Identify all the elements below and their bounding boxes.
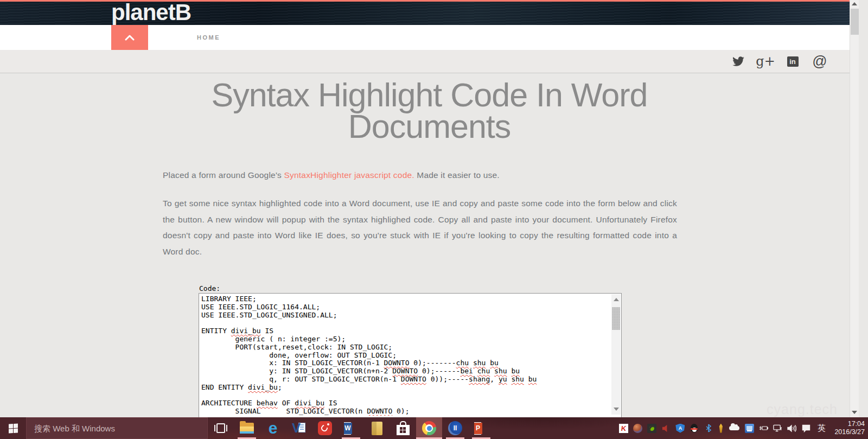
nav-item-home[interactable]: HOME bbox=[197, 25, 220, 50]
taskbar-app-windows-store[interactable] bbox=[390, 417, 416, 439]
taskbar-app-edge[interactable]: e bbox=[260, 417, 286, 439]
chevron-up-icon bbox=[125, 34, 135, 41]
taskbar-app-word[interactable]: W bbox=[338, 417, 364, 439]
search-input[interactable] bbox=[27, 424, 207, 433]
visual-studio-icon: V bbox=[292, 422, 306, 435]
page-scroll-down-arrow[interactable] bbox=[852, 411, 857, 414]
body-paragraph: To get some nice syntax highlighted code… bbox=[163, 195, 677, 259]
main-nav: HOME bbox=[0, 25, 859, 50]
textarea-scrollbar-thumb[interactable] bbox=[612, 307, 620, 330]
realtek-audio-icon[interactable] bbox=[661, 424, 671, 433]
taskbar: e V W bbox=[0, 417, 868, 439]
textarea-scroll-up-arrow[interactable] bbox=[614, 298, 619, 301]
clock-time: 17:04 bbox=[834, 420, 865, 428]
qq-icon[interactable] bbox=[690, 424, 699, 433]
windows-store-icon bbox=[397, 421, 410, 435]
windows-logo-icon bbox=[9, 423, 18, 433]
screen: planetB HOME g+ in @ bbox=[0, 0, 868, 439]
google-plus-icon[interactable]: g+ bbox=[759, 55, 772, 68]
taskbar-clock[interactable]: 17:04 2016/3/27 bbox=[832, 420, 865, 436]
system-tray: K A bbox=[619, 417, 868, 439]
powerpoint-icon: P bbox=[474, 422, 489, 435]
article-title-block: Syntax Highlight Code In Word Documents bbox=[0, 79, 859, 142]
site-logo[interactable]: planetB bbox=[111, 0, 191, 26]
site-header: planetB bbox=[0, 2, 859, 25]
code-form-label: Code: bbox=[199, 284, 220, 292]
twitter-icon[interactable] bbox=[732, 55, 745, 68]
nvidia-icon[interactable] bbox=[647, 424, 656, 433]
taskbar-app-netease-music[interactable] bbox=[312, 417, 338, 439]
code-editor-content: LIBRARY IEEE; USE IEEE.STD_LOGIC_1164.AL… bbox=[201, 295, 610, 416]
linkedin-icon[interactable]: in bbox=[786, 55, 799, 68]
intro-paragraph: Placed a form around Google's SyntaxHigh… bbox=[163, 170, 684, 180]
social-icons: g+ in @ bbox=[732, 50, 826, 73]
browser-page: planetB HOME g+ in @ bbox=[0, 0, 859, 417]
word-icon: W bbox=[344, 422, 359, 435]
torch-icon[interactable] bbox=[718, 424, 724, 433]
quartus-ii-icon: II bbox=[448, 421, 462, 435]
taskbar-app-task-view[interactable] bbox=[208, 417, 234, 439]
kaspersky-icon[interactable]: K bbox=[619, 424, 628, 433]
ime-language-indicator[interactable]: 英 bbox=[815, 423, 827, 434]
nav-active-tab[interactable] bbox=[111, 25, 148, 50]
clock-date: 2016/3/27 bbox=[834, 428, 865, 436]
bluetooth-icon[interactable] bbox=[704, 424, 713, 433]
start-button[interactable] bbox=[0, 417, 26, 439]
chrome-icon bbox=[422, 421, 436, 435]
security-shield-icon[interactable]: A bbox=[675, 424, 685, 433]
display-network-icon[interactable] bbox=[773, 424, 782, 433]
taskbar-app-file-explorer[interactable] bbox=[234, 417, 260, 439]
page-scroll-up-arrow[interactable] bbox=[852, 2, 857, 5]
intro-text-suffix: Made it easier to use. bbox=[414, 170, 500, 180]
power-plug-icon[interactable] bbox=[759, 424, 768, 433]
netease-music-icon bbox=[318, 421, 332, 435]
page-scrollbar-thumb[interactable] bbox=[851, 9, 859, 35]
intro-text-prefix: Placed a form around Google's bbox=[163, 170, 284, 180]
cloud-sync-icon[interactable] bbox=[729, 424, 740, 433]
downloader-sphere-icon[interactable] bbox=[633, 424, 642, 433]
remote-desktop-icon[interactable] bbox=[745, 424, 754, 433]
page-title: Syntax Highlight Code In Word Documents bbox=[145, 79, 714, 142]
social-band: g+ in @ bbox=[0, 50, 859, 73]
action-center-icon[interactable] bbox=[801, 424, 810, 433]
edge-icon: e bbox=[269, 421, 278, 436]
volume-icon[interactable] bbox=[787, 424, 796, 433]
notes-folder-icon bbox=[372, 422, 382, 435]
taskbar-app-visual-studio[interactable]: V bbox=[286, 417, 312, 439]
taskbar-app-powerpoint[interactable]: P bbox=[468, 417, 494, 439]
taskbar-app-chrome[interactable] bbox=[416, 417, 442, 439]
syntaxhighlighter-link[interactable]: SyntaxHighlighter javascript code. bbox=[284, 170, 414, 180]
task-view-icon bbox=[214, 423, 227, 433]
taskbar-app-notes-folder[interactable] bbox=[364, 417, 390, 439]
file-explorer-icon bbox=[240, 423, 254, 434]
textarea-scrollbar[interactable] bbox=[611, 294, 621, 415]
page-scrollbar[interactable] bbox=[850, 0, 859, 417]
taskbar-search[interactable] bbox=[26, 417, 208, 439]
email-icon[interactable]: @ bbox=[813, 55, 826, 68]
code-textarea[interactable]: LIBRARY IEEE; USE IEEE.STD_LOGIC_1164.AL… bbox=[199, 293, 622, 417]
textarea-scroll-down-arrow[interactable] bbox=[614, 408, 619, 411]
taskbar-app-quartus[interactable]: II bbox=[442, 417, 468, 439]
